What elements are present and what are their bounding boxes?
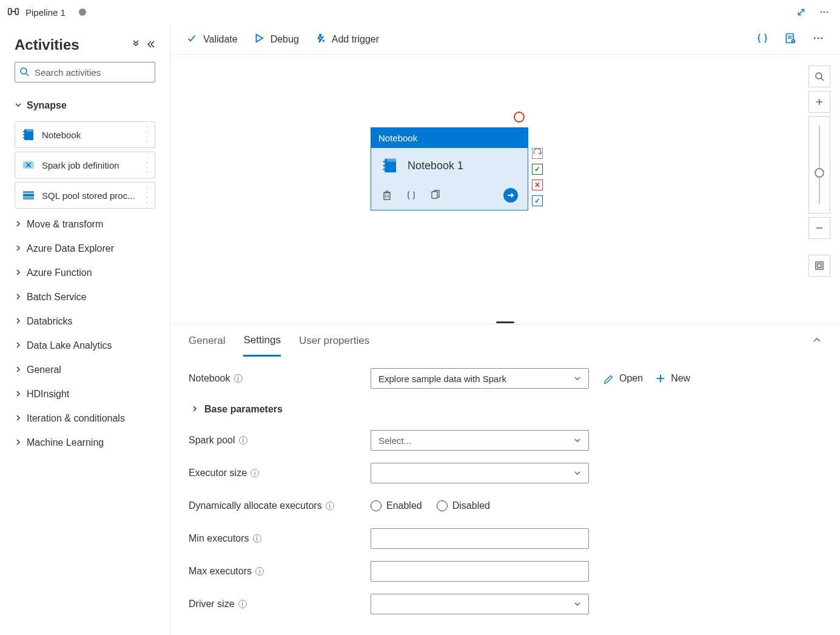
svg-rect-47	[818, 264, 821, 267]
svg-point-5	[824, 12, 825, 13]
activity-node-notebook[interactable]: Notebook Notebook 1	[371, 127, 528, 210]
tab-user-properties[interactable]: User properties	[299, 326, 369, 355]
delete-node-button[interactable]	[381, 189, 393, 201]
node-completion-connector[interactable]: ✓	[532, 195, 543, 206]
svg-marker-19	[256, 34, 263, 42]
activity-item-spark-job[interactable]: Spark job definition	[15, 152, 155, 178]
search-activities-field[interactable]	[15, 62, 155, 82]
chevron-down-icon	[574, 599, 581, 610]
category-move-transform[interactable]: Move & transform	[15, 212, 155, 237]
driver-size-select[interactable]	[371, 594, 589, 614]
svg-rect-10	[26, 129, 33, 132]
spark-pool-select[interactable]: Select...	[371, 430, 589, 451]
add-trigger-button[interactable]: Add trigger	[315, 33, 379, 46]
tab-settings[interactable]: Settings	[243, 326, 280, 357]
svg-rect-16	[23, 191, 34, 193]
play-icon	[254, 33, 264, 46]
category-azure-function[interactable]: Azure Function	[15, 261, 155, 285]
canvas-search-button[interactable]	[808, 66, 830, 87]
node-skip-connector[interactable]	[532, 148, 543, 159]
category-general[interactable]: General	[15, 358, 155, 382]
open-notebook-button[interactable]: Open	[603, 373, 643, 384]
search-activities-input[interactable]	[15, 62, 155, 82]
zoom-slider[interactable]	[808, 116, 830, 213]
min-executors-input[interactable]	[371, 528, 589, 549]
svg-rect-34	[384, 193, 390, 200]
category-machine-learning[interactable]: Machine Learning	[15, 431, 155, 455]
node-failure-connector[interactable]: ✕	[532, 180, 543, 190]
zoom-out-button[interactable]	[808, 217, 830, 239]
info-icon[interactable]: i	[253, 534, 261, 543]
node-expand-button[interactable]	[503, 188, 518, 203]
notebook-icon	[381, 156, 399, 175]
dyn-alloc-disabled-radio[interactable]: Disabled	[437, 500, 490, 511]
svg-point-7	[21, 68, 27, 74]
expand-button[interactable]	[793, 4, 810, 21]
node-type-label: Notebook	[371, 127, 528, 148]
info-icon[interactable]: i	[234, 374, 243, 383]
debug-button[interactable]: Debug	[254, 33, 299, 46]
base-parameters-toggle[interactable]: Base parameters	[191, 397, 822, 422]
svg-point-6	[827, 12, 828, 13]
chevron-down-icon	[574, 435, 581, 446]
search-icon	[19, 67, 29, 78]
dyn-alloc-enabled-radio[interactable]: Enabled	[371, 500, 422, 511]
properties-button[interactable]	[784, 32, 796, 47]
chevron-down-icon	[574, 468, 581, 479]
max-exec-label: Max executors	[189, 566, 252, 577]
drag-grip-icon	[146, 187, 151, 203]
details-panel: General Settings User properties Noteboo…	[170, 324, 840, 635]
notebook-select[interactable]: Explore sample data with Spark	[371, 368, 589, 389]
collapse-all-icon[interactable]	[131, 39, 141, 51]
node-success-connector[interactable]: ✓	[532, 164, 543, 175]
new-notebook-button[interactable]: New	[655, 373, 690, 384]
tab-bar: Pipeline 1	[0, 0, 840, 24]
code-view-button[interactable]	[756, 32, 768, 47]
category-synapse[interactable]: Synapse	[15, 93, 155, 118]
collapse-panel-icon[interactable]	[146, 39, 155, 51]
pipeline-toolbar: Validate Debug Add trigger	[170, 24, 840, 55]
more-toolbar-button[interactable]	[812, 32, 824, 47]
info-icon[interactable]: i	[255, 567, 264, 576]
info-icon[interactable]: i	[250, 469, 259, 477]
zoom-slider-thumb[interactable]	[815, 168, 824, 178]
svg-rect-39	[432, 192, 437, 198]
node-status-icon	[514, 112, 525, 123]
activity-item-sql-pool[interactable]: SQL pool stored proc...	[15, 182, 155, 209]
chevron-down-icon	[15, 100, 22, 111]
tab-general[interactable]: General	[189, 326, 225, 355]
collapse-details-button[interactable]	[812, 335, 822, 347]
category-data-lake-analytics[interactable]: Data Lake Analytics	[15, 334, 155, 358]
chevron-right-icon	[15, 389, 22, 400]
svg-rect-30	[387, 159, 396, 162]
sql-icon	[21, 188, 36, 203]
chevron-right-icon	[15, 316, 22, 327]
more-menu-button[interactable]	[816, 4, 833, 21]
max-executors-input[interactable]	[371, 561, 589, 582]
chevron-right-icon	[15, 267, 22, 278]
clone-node-button[interactable]	[429, 189, 442, 201]
svg-point-4	[820, 12, 822, 13]
canvas-zoom-controls	[808, 66, 830, 277]
svg-rect-46	[816, 262, 823, 269]
info-icon[interactable]: i	[326, 502, 334, 510]
category-hdinsight[interactable]: HDInsight	[15, 382, 155, 406]
zoom-fit-button[interactable]	[808, 255, 830, 277]
node-code-button[interactable]	[405, 189, 417, 201]
pipeline-canvas[interactable]: Notebook Notebook 1	[170, 55, 840, 320]
activity-item-notebook[interactable]: Notebook	[15, 121, 155, 148]
chevron-right-icon	[15, 243, 22, 254]
info-icon[interactable]: i	[238, 600, 247, 608]
category-databricks[interactable]: Databricks	[15, 309, 155, 334]
executor-size-select[interactable]	[371, 463, 589, 483]
notebook-icon	[21, 127, 36, 142]
validate-button[interactable]: Validate	[186, 33, 238, 46]
svg-point-28	[821, 37, 822, 39]
svg-line-3	[799, 10, 804, 15]
zoom-in-button[interactable]	[808, 91, 830, 113]
category-batch-service[interactable]: Batch Service	[15, 285, 155, 309]
info-icon[interactable]: i	[239, 436, 247, 445]
category-iteration-conditionals[interactable]: Iteration & conditionals	[15, 406, 155, 431]
chevron-down-icon	[574, 374, 581, 384]
category-azure-data-explorer[interactable]: Azure Data Explorer	[15, 237, 155, 261]
